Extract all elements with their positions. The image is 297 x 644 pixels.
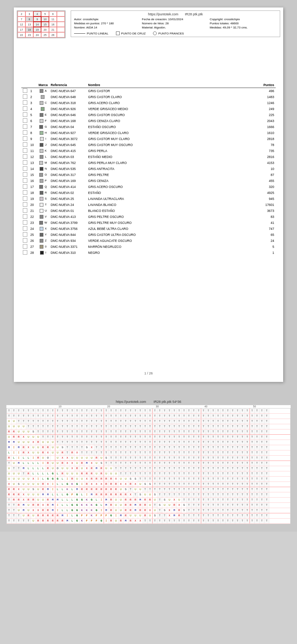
row-checkbox[interactable] (21, 166, 29, 172)
row-checkbox[interactable] (21, 184, 29, 190)
row-checkbox[interactable] (21, 226, 29, 232)
grid-cell: F (70, 492, 75, 497)
row-checkbox[interactable] (21, 106, 29, 112)
row-checkbox[interactable] (21, 112, 29, 118)
row-name: AZUL BEBÉ ULTRA CLARO (87, 226, 257, 232)
grid-cell: T (216, 435, 221, 440)
grid-cell: T (172, 477, 177, 482)
grid-cell: T (148, 419, 153, 424)
row-checkbox[interactable] (21, 202, 29, 208)
grid-cell: T (230, 498, 235, 502)
grid-cell: T (153, 466, 157, 471)
row-ref: DMC-NUEVA 927 (49, 130, 87, 136)
row-checkbox[interactable] (21, 208, 29, 214)
row-checkbox[interactable] (21, 136, 29, 142)
grid-cell: T (226, 477, 230, 482)
grid-cell: T (192, 424, 196, 429)
grid-cell: T (221, 461, 226, 466)
grid-cell: X (89, 461, 94, 466)
grid-cell: R (119, 519, 123, 523)
row-checkbox[interactable] (21, 88, 29, 94)
grid-cell: T (133, 471, 138, 476)
grid-cell: T (264, 482, 269, 487)
thumb-15[interactable]: 15 (41, 22, 49, 27)
grid-cell: G (75, 492, 80, 497)
grid-cell: R (94, 456, 99, 461)
grid-cell: T (240, 461, 245, 466)
row-marker: I (37, 136, 49, 142)
thumb-9[interactable]: 9 (33, 16, 41, 22)
grid-cell: T (260, 435, 264, 440)
grid-cell: T (138, 466, 143, 471)
row-checkbox[interactable] (21, 160, 29, 166)
grid-cell: S (104, 456, 109, 461)
grid-cell: T (226, 461, 230, 466)
row-checkbox[interactable] (21, 244, 29, 250)
grid-cell: T (70, 429, 75, 434)
grid-cell: U (55, 456, 60, 461)
grid-cell: T (153, 414, 157, 419)
row-checkbox[interactable] (21, 118, 29, 124)
grid-cell: T (226, 414, 230, 419)
grid-cell: T (157, 440, 162, 445)
row-name: GRIS PELTRE MUY OSCURO (87, 220, 257, 226)
grid-cell: T (216, 482, 221, 487)
row-checkbox[interactable] (21, 178, 29, 184)
grid-cell: U (7, 466, 12, 471)
grid-cell: T (182, 492, 187, 497)
row-checkbox[interactable] (21, 130, 29, 136)
row-checkbox[interactable] (21, 154, 29, 160)
grid-cell: U (80, 456, 85, 461)
grid-cell: T (138, 445, 143, 450)
grid-cell: R (26, 498, 31, 502)
grid-cell: T (99, 408, 104, 413)
grid-cell: R (99, 477, 104, 482)
grid-cell: R (36, 503, 41, 508)
grid-cell: T (226, 482, 230, 487)
thumb-14[interactable]: 14 (33, 22, 41, 27)
row-checkbox[interactable] (21, 124, 29, 130)
ruler-mark (218, 405, 223, 408)
grid-cell: T (7, 408, 12, 413)
grid-cell: T (128, 456, 133, 461)
grid-cell: T (264, 508, 269, 513)
row-checkbox[interactable] (21, 142, 29, 148)
grid-cell: T (264, 513, 269, 518)
grid-cell: R (80, 471, 85, 476)
row-checkbox[interactable] (21, 94, 29, 100)
cruz-label: PUNTO DE CRUZ (121, 32, 146, 35)
grid-cell: T (172, 408, 177, 413)
grid-cell: T (235, 450, 240, 455)
grid-cell: U (109, 466, 114, 471)
grid-cell: T (119, 456, 123, 461)
row-checkbox[interactable] (21, 196, 29, 202)
row-pts: 3673 (257, 208, 276, 214)
row-checkbox[interactable] (21, 220, 29, 226)
ruler-mark (14, 405, 19, 408)
grid-cell: T (99, 435, 104, 440)
row-ref: DMC-NUEVA 934 (49, 238, 87, 244)
grid-cell: T (206, 450, 211, 455)
grid-cell: T (75, 429, 80, 434)
grid-cell: L (60, 477, 65, 482)
thumb-19[interactable]: 19 (33, 27, 41, 32)
row-checkbox[interactable] (21, 214, 29, 220)
grid-cell: R (80, 461, 85, 466)
grid-cell: S (60, 445, 65, 450)
grid-cell: O (46, 456, 50, 461)
row-checkbox[interactable] (21, 250, 29, 256)
row-checkbox[interactable] (21, 238, 29, 244)
grid-cell: T (192, 445, 196, 450)
thumb-4[interactable]: 4 (33, 11, 41, 16)
row-checkbox[interactable] (21, 232, 29, 238)
fecha-label: Fecha de creación: 10/01/2024 (142, 18, 209, 21)
row-checkbox[interactable] (21, 190, 29, 196)
thumb-10[interactable]: 10 (41, 16, 49, 22)
grid-cell: T (60, 419, 65, 424)
row-checkbox[interactable] (21, 148, 29, 154)
grid-cell: T (70, 445, 75, 450)
grid-cell: T (245, 450, 250, 455)
row-checkbox[interactable] (21, 172, 29, 178)
row-checkbox[interactable] (21, 100, 29, 106)
grid-cell: R (31, 503, 36, 508)
